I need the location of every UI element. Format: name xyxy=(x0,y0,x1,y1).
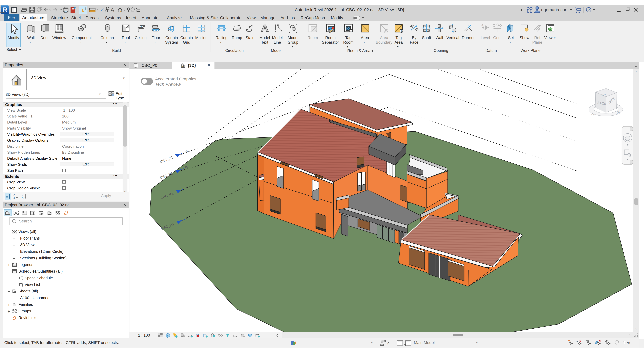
svg-text:?: ? xyxy=(588,8,590,12)
svg-text:1: 1 xyxy=(401,30,402,32)
svg-text::0: :0 xyxy=(627,341,630,345)
svg-text:Tech Preview: Tech Preview xyxy=(155,82,181,87)
svg-text:A: A xyxy=(110,7,114,13)
svg-text:Autodesk Revit 2026.1 - bl_CBC: Autodesk Revit 2026.1 - bl_CBC_02_02.rvt… xyxy=(295,7,404,12)
svg-text:ugomaria.cor...: ugomaria.cor... xyxy=(541,7,570,12)
svg-text:Accelerated Graphics: Accelerated Graphics xyxy=(155,77,196,81)
svg-text::0: :0 xyxy=(386,342,390,346)
svg-text:Z: Z xyxy=(14,197,15,199)
svg-text:A: A xyxy=(22,197,24,199)
svg-text:95: 95 xyxy=(184,150,188,153)
svg-text:-1: -1 xyxy=(481,24,483,26)
svg-text:A: A xyxy=(14,194,15,196)
svg-text:CBC_C1: CBC_C1 xyxy=(160,155,174,164)
svg-text:1: 1 xyxy=(350,29,352,32)
svg-text:Z: Z xyxy=(22,194,23,196)
